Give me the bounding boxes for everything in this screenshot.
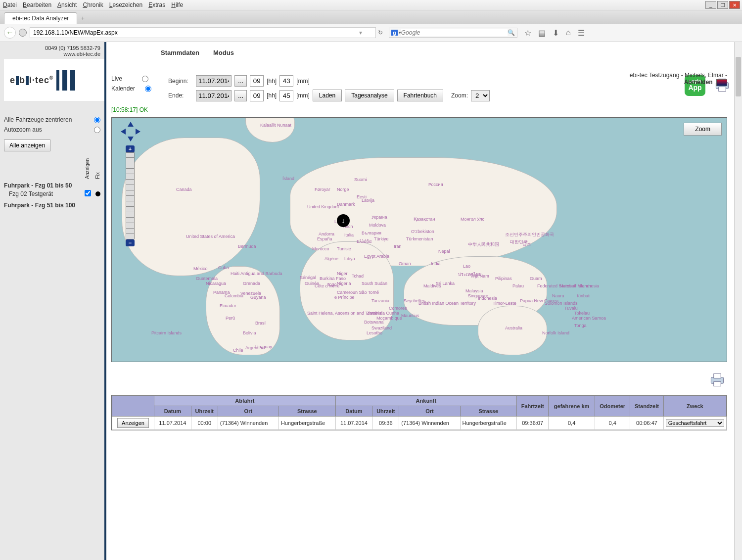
anzeigen-button[interactable]: Anzeigen (117, 418, 149, 428)
minimize-button[interactable]: _ (705, 1, 716, 9)
map-label: Guatemala (196, 276, 218, 281)
beginn-mm-input[interactable] (279, 75, 293, 87)
ende-date-input[interactable] (196, 90, 232, 101)
map-label: Sri Lanka (436, 281, 455, 286)
center-vehicles-label: Alle Fahrzeuge zentrieren (4, 116, 72, 123)
show-all-button[interactable]: Alle anzeigen (4, 140, 50, 151)
ende-label: Ende: (168, 92, 193, 99)
search-icon[interactable]: 🔍 (508, 29, 515, 36)
fleet-group-2[interactable]: Fuhrpark - Fzg 51 bis 100 (4, 202, 100, 209)
zoom-in[interactable]: + (126, 145, 135, 152)
logout-link[interactable]: Abmelden (684, 79, 713, 86)
zoom-track[interactable] (126, 152, 135, 239)
browser-tab[interactable]: ebi-tec Data Analyzer (4, 12, 77, 24)
map-label: Tonga (574, 323, 587, 328)
pan-left[interactable] (121, 129, 126, 135)
url-input[interactable] (30, 27, 376, 38)
cell-km: 0,4 (549, 417, 595, 430)
map-marker[interactable]: ↓ (337, 214, 350, 227)
refresh-button[interactable]: ↻ (375, 28, 386, 37)
th-a-datum: Datum (154, 406, 191, 417)
fahrtenbuch-button[interactable]: Fahrtenbuch (397, 90, 443, 101)
map-label: Tuvalu (564, 306, 578, 311)
map-label: Malaysia (465, 288, 483, 293)
autozoom-radio[interactable] (94, 127, 100, 133)
cell-a-strasse: Hungerbergstraße (278, 417, 335, 430)
maximize-button[interactable]: ❐ (717, 1, 728, 9)
home-icon[interactable]: ⌂ (566, 28, 571, 37)
browser-tab-bar: ebi-tec Data Analyzer + (0, 10, 742, 24)
th-km: gefahrene km (549, 396, 595, 417)
star-icon[interactable]: ☆ (524, 28, 531, 38)
vertical-scrollbar[interactable] (734, 42, 742, 560)
map-label: Sénégal (300, 275, 316, 280)
zoom-out[interactable]: − (126, 239, 135, 246)
nav-stammdaten[interactable]: Stammdaten (161, 49, 199, 56)
center-vehicles-radio[interactable] (94, 117, 100, 123)
pan-down[interactable] (128, 137, 134, 141)
beginn-hh-input[interactable] (250, 75, 264, 87)
close-button[interactable]: ✕ (729, 1, 740, 9)
search-input[interactable] (401, 29, 508, 36)
fleet-group-1[interactable]: Fuhrpark - Fzg 01 bis 50 (4, 182, 100, 189)
th-abfahrt: Abfahrt (154, 396, 336, 406)
search-box[interactable]: g ▾ 🔍 (389, 28, 517, 38)
list-icon[interactable]: ▤ (538, 28, 546, 38)
vehicle-show-checkbox[interactable] (85, 190, 91, 196)
hh-label: [hh] (267, 78, 277, 85)
map[interactable]: CanadaUnited States of AmericaMéxicoCuba… (111, 117, 727, 362)
menu-ansicht[interactable]: Ansicht (57, 1, 77, 8)
nav-modus[interactable]: Modus (213, 49, 234, 56)
kalender-radio[interactable] (145, 86, 151, 92)
ende-mm-input[interactable] (279, 90, 293, 101)
scroll-thumb[interactable] (736, 57, 741, 96)
menu-bearbeiten[interactable]: Bearbeiten (23, 1, 51, 8)
live-radio[interactable] (142, 76, 148, 82)
map-label: South Sudan (362, 281, 387, 286)
menu-icon[interactable]: ☰ (578, 28, 585, 38)
th-a-strasse: Strasse (278, 406, 335, 417)
tab-title: ebi-tec Data Analyzer (12, 15, 69, 22)
map-label: Lao (463, 264, 470, 269)
pan-right[interactable] (136, 129, 140, 135)
print-icon-bottom[interactable] (707, 370, 727, 390)
map-label: Suomi (354, 177, 367, 182)
menu-extras[interactable]: Extras (148, 1, 165, 8)
browser-menu-bar: Datei Bearbeiten Ansicht Chronik Lesezei… (0, 0, 742, 10)
tagesanalyse-button[interactable]: Tagesanalyse (345, 90, 394, 101)
map-label: Australia (505, 326, 522, 330)
cell-k-strasse: Hungerbergstraße (460, 417, 517, 430)
vehicle-fix-dot[interactable] (95, 191, 100, 196)
laden-button[interactable]: Laden (313, 90, 342, 101)
dropdown-icon[interactable]: ▾ (359, 29, 362, 36)
new-tab-button[interactable]: + (77, 13, 89, 24)
map-label: Tokelau (574, 311, 590, 316)
menu-datei[interactable]: Datei (3, 1, 17, 8)
map-zoom-button[interactable]: Zoom (684, 123, 722, 136)
ende-date-picker[interactable]: ... (234, 90, 247, 101)
menu-hilfe[interactable]: Hilfe (171, 1, 183, 8)
kalender-label: Kalender (111, 85, 135, 92)
ende-hh-input[interactable] (250, 90, 264, 101)
menu-lesezeichen[interactable]: Lesezeichen (109, 1, 142, 8)
map-label: Grenada (243, 281, 260, 286)
beginn-date-input[interactable] (196, 75, 232, 87)
zweck-select[interactable]: Geschaeftsfahrt (666, 419, 724, 427)
vehicle-row[interactable]: Fzg 02 Testgerät (4, 189, 100, 199)
map-label: Pitcairn Islands (151, 330, 182, 335)
beginn-label: Beginn: (168, 78, 193, 85)
map-label: Danmark (337, 202, 355, 207)
uk-flag-icon[interactable] (716, 79, 727, 86)
map-label: Nicaragua (206, 281, 226, 286)
menu-chronik[interactable]: Chronik (83, 1, 103, 8)
zoom-select[interactable]: 2 (471, 90, 490, 101)
download-icon[interactable]: ⬇ (553, 28, 559, 38)
pan-up[interactable] (128, 122, 134, 127)
th-fahrtzeit: Fahrtzeit (517, 396, 549, 417)
back-button[interactable]: ← (4, 27, 16, 39)
beginn-date-picker[interactable]: ... (234, 75, 247, 87)
map-label: Uruguay (255, 344, 272, 349)
hh-label-2: [hh] (267, 92, 277, 99)
status-ok: OK (139, 106, 148, 113)
map-label: Italia (344, 233, 354, 237)
